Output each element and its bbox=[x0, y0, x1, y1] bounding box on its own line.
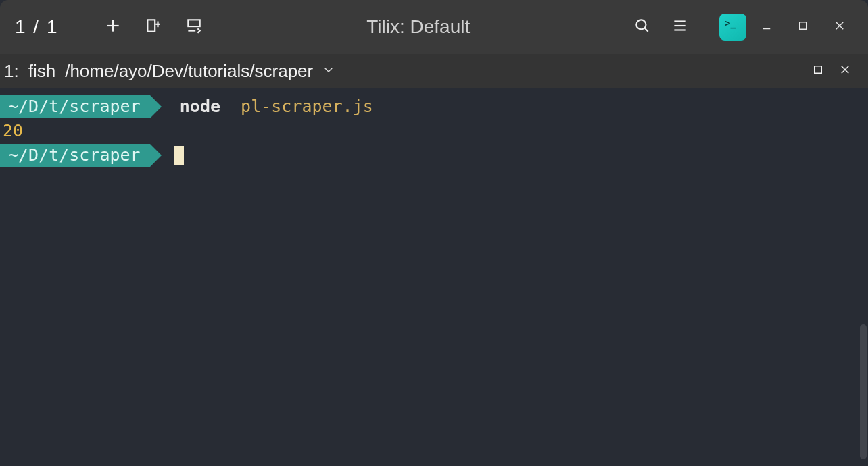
tab-index: 1: bbox=[4, 61, 19, 82]
menu-button[interactable] bbox=[663, 10, 697, 44]
add-terminal-right-button[interactable] bbox=[137, 10, 170, 44]
separator bbox=[708, 14, 708, 41]
svg-rect-2 bbox=[148, 20, 155, 31]
window-title: Tilix: Default bbox=[218, 16, 619, 38]
close-icon bbox=[834, 20, 846, 34]
chevron-down-icon bbox=[322, 63, 335, 79]
tab-cwd: /home/ayo/Dev/tutorials/scraper bbox=[65, 61, 313, 82]
prompt-chip: ~/D/t/scraper bbox=[0, 144, 150, 167]
session-counter[interactable]: 1 / 1 bbox=[15, 16, 70, 38]
svg-rect-13 bbox=[800, 22, 807, 30]
terminal-line: ~/D/t/scraper node pl-scraper.js bbox=[0, 95, 868, 119]
split-down-icon bbox=[185, 17, 203, 37]
new-terminal-button[interactable] bbox=[96, 10, 130, 44]
command-arg: pl-scraper.js bbox=[241, 95, 373, 119]
add-terminal-down-button[interactable] bbox=[177, 10, 211, 44]
spacer bbox=[220, 95, 241, 119]
svg-line-8 bbox=[644, 28, 648, 31]
terminal-tab[interactable]: 1: fish /home/ayo/Dev/tutorials/scraper bbox=[4, 61, 804, 82]
terminal-line: ~/D/t/scraper bbox=[0, 143, 868, 167]
maximize-icon bbox=[797, 20, 809, 34]
tab-maximize-button[interactable] bbox=[804, 57, 831, 84]
close-button[interactable] bbox=[823, 11, 856, 43]
search-icon bbox=[633, 17, 651, 37]
svg-rect-16 bbox=[815, 66, 822, 74]
maximize-icon bbox=[812, 63, 824, 78]
svg-rect-5 bbox=[189, 20, 200, 26]
terminal-tabbar: 1: fish /home/ayo/Dev/tutorials/scraper bbox=[0, 54, 868, 88]
close-icon bbox=[839, 63, 851, 78]
session-counter-text: 1 / 1 bbox=[15, 16, 58, 38]
command-output: 20 bbox=[0, 119, 23, 143]
minimize-button[interactable] bbox=[750, 11, 783, 43]
scrollbar[interactable] bbox=[860, 324, 867, 459]
cursor bbox=[174, 146, 184, 165]
split-right-icon bbox=[145, 17, 162, 37]
tab-close-button[interactable] bbox=[831, 57, 859, 84]
prompt-chip: ~/D/t/scraper bbox=[0, 95, 150, 118]
window-titlebar: 1 / 1 Tilix: Default >_ bbox=[0, 0, 868, 54]
spacer bbox=[160, 95, 180, 119]
prompt-path: ~/D/t/scraper bbox=[8, 95, 141, 119]
hamburger-icon bbox=[671, 17, 689, 37]
prompt-path: ~/D/t/scraper bbox=[8, 143, 141, 167]
app-icon: >_ bbox=[719, 14, 746, 41]
terminal-line: 20 bbox=[0, 119, 868, 143]
tab-shell: fish bbox=[28, 61, 55, 82]
command-binary: node bbox=[180, 95, 220, 119]
plus-icon bbox=[104, 17, 122, 37]
svg-point-7 bbox=[636, 20, 646, 29]
titlebar-right-cluster: >_ bbox=[625, 10, 856, 44]
maximize-button[interactable] bbox=[787, 11, 819, 43]
terminal-viewport[interactable]: ~/D/t/scraper node pl-scraper.js 20 ~/D/… bbox=[0, 88, 868, 466]
search-button[interactable] bbox=[625, 10, 659, 44]
minimize-icon bbox=[761, 20, 773, 34]
